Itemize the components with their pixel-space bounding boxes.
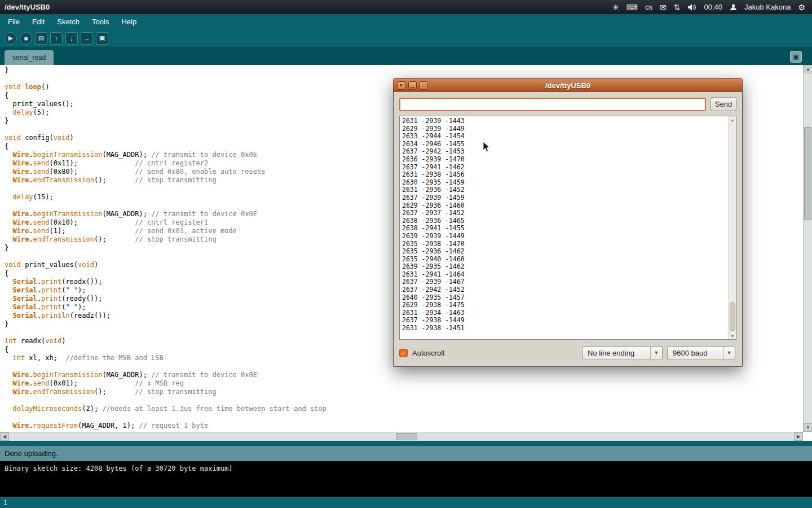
window-controls: × ▁ □	[394, 81, 428, 90]
serial-output-line: 2635 -2936 -1462	[402, 248, 728, 256]
serial-output-line: 2640 -2935 -1457	[402, 294, 728, 302]
serial-monitor-window: × ▁ □ /dev/ttyUSB0 Send 2631 -2939 -1443…	[393, 78, 743, 367]
code-line: Wire.beginTransmission(MAG_ADDR); // tra…	[5, 371, 803, 379]
serial-output-line: 2631 -2939 -1443	[402, 117, 728, 125]
network-arrows-icon[interactable]: ⇅	[674, 3, 681, 11]
upload-button[interactable]: →	[81, 32, 93, 45]
serial-output-line: 2635 -2940 -1460	[402, 256, 728, 264]
tab-serial-read[interactable]: serial_read	[5, 50, 54, 65]
serial-output-lines: 2631 -2939 -14432629 -2939 -14492633 -29…	[400, 116, 728, 339]
scroll-left-arrow-icon[interactable]: ◀	[0, 432, 9, 441]
serial-output-area[interactable]: 2631 -2939 -14432629 -2939 -14492633 -29…	[399, 116, 736, 340]
serial-output-line: 2637 -2942 -1452	[402, 286, 728, 294]
serial-output-line: 2636 -2939 -1470	[402, 156, 728, 164]
serial-output-line: 2630 -2935 -1459	[402, 179, 728, 187]
serial-output-line: 2633 -2944 -1454	[402, 133, 728, 141]
line-ending-value: No line ending	[582, 349, 650, 357]
panel-window-title: /dev/ttyUSB0	[0, 3, 50, 11]
baud-rate-dropdown[interactable]: 9600 baud ▼	[667, 346, 735, 360]
line-ending-dropdown[interactable]: No line ending ▼	[582, 346, 663, 360]
tab-menu-button[interactable]: ▣	[790, 51, 802, 63]
serial-output-line: 2637 -2939 -1467	[402, 278, 728, 286]
serial-output-line: 2631 -2938 -1456	[402, 171, 728, 179]
code-line: delayMicroseconds(2); //needs at least 1…	[5, 405, 803, 413]
serial-output-line: 2638 -2936 -1465	[402, 217, 728, 225]
verify-button[interactable]: ▶	[5, 32, 17, 45]
serial-monitor-title: /dev/ttyUSB0	[394, 81, 742, 90]
code-line: }	[5, 66, 803, 75]
menubar: FileEditSketchToolsHelp	[0, 14, 812, 29]
serial-output-line: 2638 -2941 -1455	[402, 225, 728, 233]
chevron-down-icon[interactable]: ▼	[650, 347, 662, 360]
tab-bar: serial_read ▣	[0, 47, 812, 65]
code-line: Wire.endTransmission(); // stop transmit…	[5, 388, 803, 396]
save-sketch-button[interactable]: ↓	[65, 32, 78, 45]
serial-input-row: Send	[399, 97, 736, 111]
chevron-down-icon[interactable]: ▼	[723, 347, 735, 360]
menu-file[interactable]: File	[2, 14, 26, 29]
serial-output-line: 2637 -2942 -1453	[402, 148, 728, 156]
editor-vertical-scrollbar[interactable]: ▲ ▼	[803, 65, 812, 432]
serial-output-line: 2639 -2935 -1462	[402, 263, 728, 271]
line-number-bar: 1	[0, 497, 812, 508]
menu-sketch[interactable]: Sketch	[51, 14, 86, 29]
serial-output-line: 2637 -2938 -1449	[402, 317, 728, 325]
editor-horizontal-scrollbar[interactable]: ◀ ▶	[0, 432, 803, 441]
bottom-divider	[0, 441, 812, 446]
editor-hscroll-thumb[interactable]	[396, 433, 417, 440]
user-icon	[730, 3, 737, 11]
keyboard-icon[interactable]: ⌨	[626, 3, 638, 11]
stop-button[interactable]: ■	[20, 32, 32, 45]
open-sketch-button[interactable]: ↑	[50, 32, 63, 45]
scroll-up-arrow-icon[interactable]: ▲	[729, 116, 736, 123]
panel-indicators: ✳ ⌨ cs ✉ ⇅ 00:40 Jakub Kakona ⚙	[612, 3, 812, 11]
mail-icon[interactable]: ✉	[660, 3, 667, 11]
serial-send-input[interactable]	[399, 98, 706, 111]
serial-output-line: 2631 -2941 -1464	[402, 271, 728, 279]
serial-monitor-body: Send 2631 -2939 -14432629 -2939 -1449263…	[394, 92, 742, 366]
code-line: Wire.send(0x01); // x MSB reg	[5, 379, 803, 388]
serial-output-line: 2629 -2936 -1460	[402, 202, 728, 210]
autoscroll-label: Autoscroll	[412, 349, 444, 357]
clock-label[interactable]: 00:40	[704, 3, 722, 11]
serial-output-scrollbar[interactable]: ▲ ▼	[729, 116, 736, 339]
serial-monitor-titlebar[interactable]: × ▁ □ /dev/ttyUSB0	[394, 78, 742, 92]
menu-help[interactable]: Help	[115, 14, 143, 29]
gear-icon[interactable]: ⚙	[798, 3, 805, 11]
indicator-star-icon[interactable]: ✳	[612, 3, 619, 11]
serial-monitor-button[interactable]: ▣	[96, 32, 108, 45]
line-number-label: 1	[3, 499, 7, 506]
close-icon[interactable]: ×	[397, 81, 405, 90]
serial-scroll-thumb[interactable]	[730, 302, 735, 331]
editor-vscroll-thumb[interactable]	[804, 127, 811, 220]
code-line: Wire.requestFrom(MAG_ADDR, 1); // reques…	[5, 422, 803, 430]
serial-output-line: 2629 -2938 -1475	[402, 301, 728, 309]
maximize-icon[interactable]: □	[420, 81, 428, 90]
speaker-icon[interactable]	[687, 3, 696, 11]
minimize-icon[interactable]: ▁	[408, 81, 417, 90]
serial-output-line: 2631 -2938 -1451	[402, 325, 728, 332]
username-label[interactable]: Jakub Kakona	[744, 3, 791, 11]
menu-tools[interactable]: Tools	[86, 14, 115, 29]
menu-edit[interactable]: Edit	[26, 14, 51, 29]
new-sketch-button[interactable]: ▤	[35, 32, 47, 45]
serial-output-line: 2631 -2934 -1463	[402, 309, 728, 317]
status-message: Done uploading.	[5, 449, 58, 458]
serial-output-line: 2637 -2937 -1452	[402, 209, 728, 217]
scroll-right-arrow-icon[interactable]: ▶	[794, 432, 803, 441]
scroll-down-arrow-icon[interactable]: ▼	[804, 423, 812, 432]
serial-output-line: 2631 -2936 -1452	[402, 186, 728, 194]
status-bar: Done uploading.	[0, 446, 812, 461]
serial-output-line: 2635 -2938 -1470	[402, 240, 728, 248]
serial-output-line: 2634 -2946 -1455	[402, 141, 728, 148]
serial-output-line: 2637 -2941 -1462	[402, 164, 728, 172]
code-line	[5, 413, 803, 422]
toolbar: ▶■▤↑↓→▣	[0, 29, 812, 47]
keyboard-layout-label[interactable]: cs	[645, 3, 652, 11]
top-panel: /dev/ttyUSB0 ✳ ⌨ cs ✉ ⇅ 00:40 Jakub Kako…	[0, 0, 812, 14]
autoscroll-checkbox[interactable]: ✓	[399, 349, 408, 357]
scroll-down-arrow-icon[interactable]: ▼	[729, 332, 736, 339]
scroll-up-arrow-icon[interactable]: ▲	[804, 65, 812, 73]
serial-monitor-controls: ✓ Autoscroll No line ending ▼ 9600 baud …	[399, 340, 736, 363]
send-button[interactable]: Send	[710, 97, 736, 111]
